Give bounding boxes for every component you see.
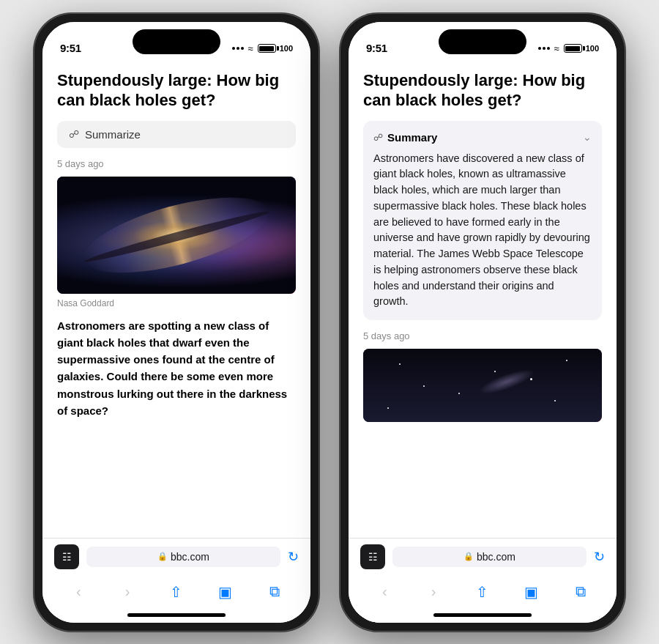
reader-icon-right: ☷ [368,551,378,563]
tabs-button-left[interactable]: ⧉ [260,580,289,604]
summary-card: ☍ Summary ⌄ Astronomers have discovered … [363,121,602,321]
content-right: Stupendously large: How big can black ho… [349,59,617,623]
article-title-right: Stupendously large: How big can black ho… [363,70,602,111]
refresh-button-right[interactable]: ↻ [594,549,605,565]
battery-right: 100 [564,44,599,53]
back-button-left[interactable]: ‹ [64,580,93,604]
bookmarks-button-right[interactable]: ▣ [517,580,546,604]
dynamic-island-left [133,29,220,54]
url-text-left: bbc.com [171,551,209,563]
battery-pct-right: 100 [586,44,599,53]
lock-icon-right: 🔒 [463,552,474,561]
date-right: 5 days ago [363,330,602,341]
summary-chevron-icon[interactable]: ⌄ [583,131,592,143]
summarize-icon: ☍ [69,128,79,140]
dynamic-island-right [439,29,526,54]
nav-bar-left: ‹ › ⇧ ▣ ⧉ [42,575,310,610]
nav-bar-right: ‹ › ⇧ ▣ ⧉ [349,575,617,610]
status-icons-right: ≈ 100 [538,43,600,54]
home-indicator-right [433,613,532,617]
forward-button-right[interactable]: › [419,580,448,604]
bottom-toolbar-right: ☷ 🔒 bbc.com ↻ ‹ › ⇧ ▣ ⧉ [349,538,617,623]
refresh-button-left[interactable]: ↻ [288,549,299,565]
time-right: 9:51 [366,42,387,54]
date-left: 5 days ago [57,158,296,169]
wifi-icon-right: ≈ [554,43,559,54]
reader-button-left[interactable]: ☷ [54,544,79,569]
status-bar-left: 9:51 ≈ 100 [42,22,310,59]
article-title-left: Stupendously large: How big can black ho… [57,70,296,111]
article-image-left [57,177,296,294]
forward-button-left[interactable]: › [113,580,142,604]
iphone-left: 9:51 ≈ 100 [34,13,319,632]
share-button-right[interactable]: ⇧ [468,580,497,604]
tabs-button-right[interactable]: ⧉ [566,580,595,604]
reader-icon-left: ☷ [62,551,72,563]
image-caption-left: Nasa Goddard [57,298,296,308]
back-button-right[interactable]: ‹ [370,580,399,604]
url-text-right: bbc.com [477,551,515,563]
status-bar-right: 9:51 ≈ 100 [349,22,617,59]
bookmarks-button-left[interactable]: ▣ [211,580,240,604]
battery-left: 100 [258,44,293,53]
battery-pct-left: 100 [280,44,293,53]
reader-button-right[interactable]: ☷ [360,544,385,569]
summary-title: Summary [387,131,437,144]
article-image-right [363,349,602,422]
summarize-label: Summarize [85,128,141,141]
signal-icon-left [232,47,244,50]
phone-comparison: 9:51 ≈ 100 [34,13,625,632]
share-button-left[interactable]: ⇧ [162,580,191,604]
home-indicator-left [127,613,226,617]
article-body-left: Astronomers are spotting a new class of … [57,317,296,420]
summary-header-left: ☍ Summary [373,131,437,144]
summary-icon: ☍ [373,132,383,143]
summarize-button[interactable]: ☍ Summarize [57,121,296,148]
url-bar-right[interactable]: 🔒 bbc.com [392,547,587,567]
content-left: Stupendously large: How big can black ho… [42,59,310,623]
bottom-toolbar-left: ☷ 🔒 bbc.com ↻ ‹ › ⇧ ▣ ⧉ [42,538,310,623]
time-left: 9:51 [60,42,81,54]
summary-text: Astronomers have discovered a new class … [373,151,592,311]
summary-header: ☍ Summary ⌄ [373,131,592,144]
wifi-icon-left: ≈ [248,43,253,54]
lock-icon-left: 🔒 [157,552,168,561]
status-icons-left: ≈ 100 [232,43,294,54]
url-bar-left[interactable]: 🔒 bbc.com [86,547,280,567]
iphone-right: 9:51 ≈ 100 [340,13,625,632]
signal-icon-right [538,47,550,50]
